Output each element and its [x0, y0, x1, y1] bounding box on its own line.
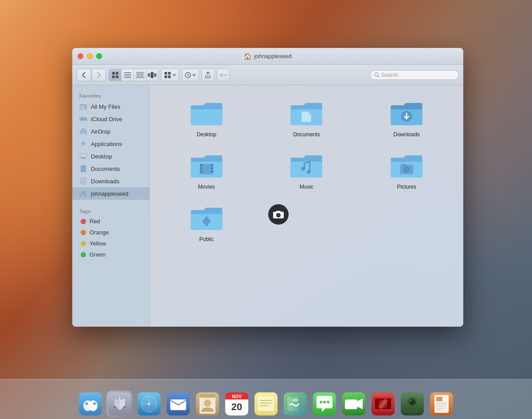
svg-point-88: [320, 401, 322, 403]
title-bar: 🏠 johnappleseed: [72, 48, 463, 65]
svg-rect-7: [136, 72, 138, 78]
svg-rect-42: [292, 158, 304, 162]
sidebar-item-tag-yellow[interactable]: Yellow: [72, 238, 149, 249]
title-icon: 🏠: [244, 53, 251, 60]
sidebar-item-tag-orange[interactable]: Orange: [72, 227, 149, 238]
svg-rect-81: [258, 397, 274, 411]
search-bar[interactable]: Search: [370, 70, 459, 80]
svg-line-19: [378, 76, 379, 77]
svg-rect-30: [192, 106, 204, 109]
dock-calendar[interactable]: NOV20: [223, 391, 250, 417]
view-icon-button[interactable]: [109, 69, 121, 81]
downloads-icon: [79, 177, 87, 185]
svg-point-59: [86, 403, 87, 404]
sidebar-item-downloads[interactable]: Downloads: [72, 175, 149, 187]
svg-rect-37: [200, 167, 202, 169]
svg-rect-22: [80, 106, 86, 107]
sidebar-item-label: Orange: [90, 229, 109, 236]
svg-point-60: [94, 403, 95, 404]
svg-point-68: [148, 403, 150, 405]
view-coverflow-button[interactable]: [146, 69, 158, 81]
toolbar: Search: [72, 65, 463, 85]
sidebar-item-icloud-drive[interactable]: iCloud Drive: [72, 113, 149, 125]
view-list-button[interactable]: [121, 69, 133, 81]
svg-rect-40: [211, 167, 213, 169]
sidebar-item-desktop[interactable]: Desktop: [72, 150, 149, 162]
dock: NOV20 280: [0, 379, 532, 419]
dock-notes[interactable]: [253, 391, 279, 417]
file-label-music: Music: [300, 184, 313, 190]
svg-rect-1: [116, 72, 118, 75]
dock-messages[interactable]: [311, 391, 338, 417]
dock-finder[interactable]: [77, 391, 104, 417]
svg-point-25: [82, 131, 85, 134]
svg-rect-28: [81, 158, 86, 159]
dock-photobooth[interactable]: [370, 391, 396, 417]
close-button[interactable]: [78, 53, 83, 59]
svg-point-56: [89, 400, 98, 411]
sidebar-item-tag-green[interactable]: Green: [72, 249, 149, 260]
group-button[interactable]: [161, 69, 179, 81]
sidebar-item-label: AirDrop: [91, 128, 110, 135]
view-mode-buttons: [109, 69, 158, 81]
file-item-music[interactable]: Music: [259, 146, 355, 194]
svg-rect-105: [436, 397, 442, 401]
view-column-button[interactable]: [133, 69, 146, 81]
minimize-button[interactable]: [87, 53, 93, 59]
svg-rect-26: [80, 153, 87, 158]
sidebar-item-applications[interactable]: Applications: [72, 138, 149, 150]
sidebar-item-tag-red[interactable]: Red: [72, 216, 149, 227]
svg-rect-73: [200, 394, 215, 398]
airdrop-icon: [79, 127, 87, 135]
svg-point-44: [307, 170, 311, 174]
dock-mail[interactable]: [165, 391, 192, 417]
svg-rect-102: [405, 407, 419, 412]
dock-contacts[interactable]: [194, 391, 221, 417]
svg-rect-45: [392, 158, 404, 162]
back-button[interactable]: [77, 69, 91, 81]
svg-rect-21: [80, 104, 83, 105]
svg-point-89: [323, 401, 326, 403]
file-grid: Desktop Documents: [150, 85, 463, 327]
sidebar-item-all-my-files[interactable]: All My Files: [72, 100, 149, 113]
dock-pages[interactable]: [428, 391, 455, 417]
file-item-public[interactable]: Public: [159, 199, 254, 247]
sidebar-item-airdrop[interactable]: AirDrop: [72, 125, 149, 138]
share-button[interactable]: [202, 69, 214, 81]
search-placeholder: Search: [381, 72, 398, 78]
action-button[interactable]: [182, 69, 199, 81]
file-item-movies[interactable]: Movies: [159, 146, 254, 194]
sidebar-item-label: Red: [90, 218, 100, 225]
tag-button[interactable]: [217, 69, 229, 81]
file-item-documents[interactable]: Documents: [259, 94, 355, 142]
nav-buttons: [77, 69, 106, 81]
svg-rect-11: [151, 72, 153, 78]
file-label-movies: Movies: [198, 184, 215, 190]
green-tag-dot: [81, 252, 86, 257]
red-tag-dot: [81, 219, 86, 224]
forward-button[interactable]: [92, 69, 106, 81]
sidebar-item-documents[interactable]: Documents: [72, 162, 149, 175]
dock-maps[interactable]: 280: [282, 391, 309, 417]
file-item-downloads[interactable]: Downloads: [359, 94, 454, 142]
svg-rect-10: [148, 73, 150, 77]
maximize-button[interactable]: [96, 53, 102, 59]
sidebar-item-label: Downloads: [91, 178, 119, 185]
dock-facetime[interactable]: [340, 391, 367, 417]
folder-icon-desktop: [189, 99, 224, 129]
favorites-label: Favorites: [72, 90, 149, 100]
file-item-desktop[interactable]: Desktop: [159, 94, 254, 142]
svg-rect-14: [168, 72, 171, 75]
sidebar-item-home[interactable]: johnappleseed: [72, 187, 149, 200]
svg-text:NOV: NOV: [232, 394, 242, 399]
sidebar-item-label: johnappleseed: [91, 190, 129, 197]
dock-isight-camera[interactable]: [399, 391, 426, 417]
sidebar-item-label: Desktop: [91, 153, 112, 160]
svg-point-74: [204, 399, 211, 407]
finder-window: 🏠 johnappleseed: [72, 48, 463, 327]
dock-launchpad[interactable]: [106, 391, 133, 417]
dock-safari[interactable]: [136, 391, 162, 417]
svg-point-43: [301, 167, 305, 171]
svg-rect-24: [80, 108, 86, 109]
file-item-pictures[interactable]: Pictures: [359, 146, 454, 194]
